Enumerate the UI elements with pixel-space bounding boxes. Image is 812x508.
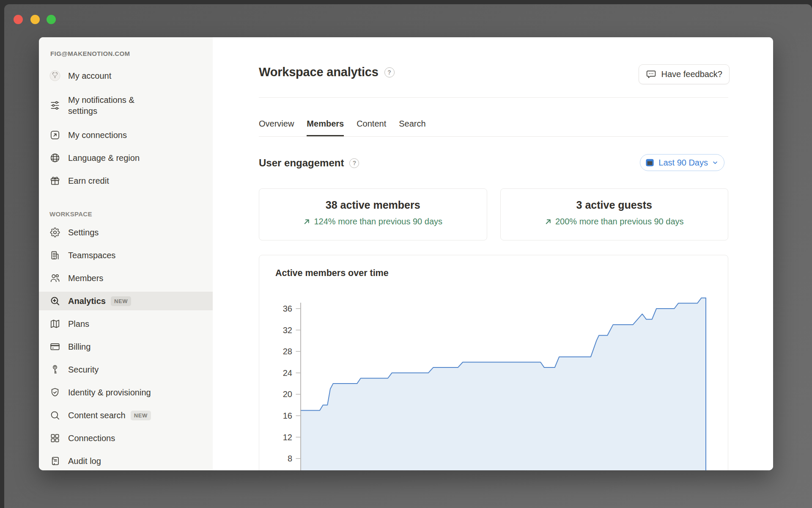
key-icon [49, 364, 60, 375]
sidebar-item-analytics[interactable]: Analytics NEW [39, 292, 213, 310]
analytics-tabs: Overview Members Content Search [259, 111, 728, 137]
svg-text:8: 8 [288, 454, 292, 463]
sidebar-item-connections[interactable]: Connections [39, 429, 213, 447]
page-title-row: Workspace analytics ? [259, 65, 395, 79]
close-window-button[interactable] [14, 15, 23, 24]
sidebar-item-label: Billing [68, 341, 91, 352]
tab-search[interactable]: Search [399, 111, 425, 136]
engagement-stat-cards: 38 active members 124% more than previou… [259, 188, 728, 240]
sidebar-item-settings[interactable]: Settings [39, 223, 213, 242]
sidebar-item-language-region[interactable]: Language & region [39, 149, 213, 167]
chart-y-labels: 36 32 28 24 20 16 12 8 [283, 304, 292, 463]
sidebar-item-content-search[interactable]: Content search NEW [39, 406, 213, 425]
active-members-card: 38 active members 124% more than previou… [259, 188, 487, 240]
active-members-value: 38 active members [259, 199, 487, 211]
sidebar-item-label: Audit log [68, 456, 101, 467]
date-range-selector[interactable]: Last 90 Days [640, 154, 724, 171]
gift-icon [49, 175, 60, 186]
page-title: Workspace analytics [259, 65, 379, 79]
sidebar-item-label: Teamspaces [68, 250, 115, 261]
sidebar-item-label: My notifications & settings [68, 94, 157, 116]
grid-icon [49, 433, 60, 444]
active-members-chart-card: Active members over time [259, 255, 728, 470]
have-feedback-button[interactable]: Have feedback? [639, 64, 730, 84]
sidebar-item-label: Identity & provisioning [68, 387, 151, 398]
active-guests-card: 3 active guests 200% more than previous … [500, 188, 729, 240]
trend-up-icon [303, 218, 310, 225]
sidebar-item-label: Connections [68, 433, 115, 444]
sidebar-item-my-account[interactable]: My account [39, 66, 213, 85]
calendar-icon [645, 158, 655, 168]
sidebar-item-label: Security [68, 364, 99, 375]
people-icon [49, 273, 60, 284]
sidebar-item-earn-credit[interactable]: Earn credit [39, 171, 213, 190]
chat-bubble-icon [646, 69, 656, 80]
magnifier-plus-icon [49, 295, 60, 306]
tab-content[interactable]: Content [357, 111, 386, 136]
svg-text:36: 36 [283, 304, 292, 313]
shield-check-icon [49, 387, 60, 398]
settings-sidebar: FIG@MAKENOTION.COM My account [39, 37, 213, 470]
sidebar-item-notifications-settings[interactable]: My notifications & settings [39, 89, 213, 121]
sidebar-item-my-connections[interactable]: My connections [39, 126, 213, 144]
trend-up-icon [545, 218, 552, 225]
map-icon [49, 318, 60, 329]
active-guests-value: 3 active guests [501, 199, 728, 211]
search-icon [49, 410, 60, 421]
sidebar-item-label: Members [68, 273, 103, 284]
gear-icon [49, 227, 60, 238]
sidebar-item-label: Plans [68, 318, 89, 329]
minimize-window-button[interactable] [30, 15, 40, 24]
chart-area [301, 298, 706, 470]
svg-text:24: 24 [283, 368, 292, 378]
new-badge: NEW [111, 296, 131, 306]
sidebar-item-members[interactable]: Members [39, 269, 213, 287]
help-icon[interactable]: ? [384, 67, 395, 77]
tab-overview[interactable]: Overview [259, 111, 294, 136]
workspace-nav: Settings Teamspaces [49, 223, 213, 470]
sidebar-item-label: Analytics [68, 295, 106, 306]
new-badge: NEW [131, 411, 151, 420]
globe-icon [49, 152, 60, 163]
building-icon [49, 250, 60, 261]
chart-y-ticks [296, 309, 301, 458]
arrow-up-right-box-icon [49, 130, 60, 141]
desktop-background: FIG@MAKENOTION.COM My account [0, 0, 812, 508]
svg-text:28: 28 [283, 347, 292, 356]
sidebar-item-security[interactable]: Security [39, 360, 213, 379]
sidebar-item-identity-provisioning[interactable]: Identity & provisioning [39, 383, 213, 402]
members-chart: 36 32 28 24 20 16 12 8 [259, 255, 728, 470]
user-engagement-heading-row: User engagement ? [259, 157, 359, 169]
active-members-delta: 124% more than previous 90 days [259, 217, 487, 226]
workspace-section-label: WORKSPACE [49, 210, 213, 218]
sidebar-item-billing[interactable]: Billing [39, 337, 213, 356]
sliders-icon [49, 100, 60, 111]
date-range-label: Last 90 Days [658, 158, 708, 168]
account-nav: My account My notifications & settings [49, 66, 213, 190]
zoom-window-button[interactable] [47, 15, 56, 24]
sidebar-item-label: My account [68, 70, 111, 81]
analytics-main: Workspace analytics ? Have feedback? Ove… [213, 37, 773, 470]
svg-text:20: 20 [283, 389, 292, 399]
user-engagement-heading: User engagement [259, 157, 344, 169]
avatar [49, 70, 60, 81]
help-icon[interactable]: ? [349, 158, 359, 168]
header-divider [259, 97, 728, 98]
sidebar-item-label: Content search [68, 410, 126, 421]
credit-card-icon [49, 341, 60, 352]
sidebar-item-teamspaces[interactable]: Teamspaces [39, 246, 213, 265]
sidebar-item-plans[interactable]: Plans [39, 315, 213, 333]
tab-members[interactable]: Members [307, 111, 344, 136]
svg-text:32: 32 [283, 326, 292, 335]
svg-text:12: 12 [283, 433, 292, 442]
sidebar-item-audit-log[interactable]: Audit log [39, 452, 213, 470]
settings-dialog: FIG@MAKENOTION.COM My account [39, 37, 773, 470]
sidebar-item-label: Settings [68, 227, 99, 238]
sidebar-item-label: Language & region [68, 152, 140, 163]
account-email: FIG@MAKENOTION.COM [50, 50, 213, 57]
svg-text:16: 16 [283, 411, 292, 420]
have-feedback-label: Have feedback? [661, 69, 722, 79]
sidebar-item-label: My connections [68, 130, 127, 141]
chevron-down-icon [712, 159, 719, 166]
sidebar-item-label: Earn credit [68, 175, 109, 186]
